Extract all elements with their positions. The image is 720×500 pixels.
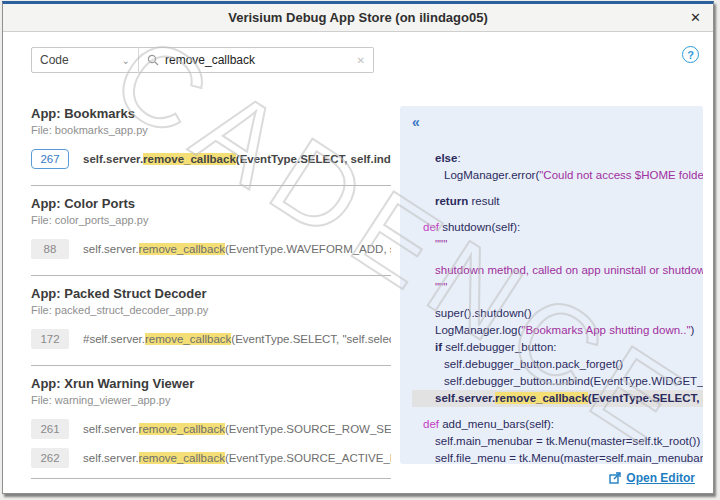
match-row[interactable]: 261self.server.remove_callback(EventType… bbox=[31, 419, 391, 439]
file-label: File: color_ports_app.py bbox=[31, 214, 391, 226]
code-line bbox=[412, 210, 703, 219]
app-title: App: Packed Struct Decoder bbox=[31, 286, 391, 301]
code-token: ) bbox=[691, 324, 695, 336]
close-icon[interactable]: ✕ bbox=[690, 10, 701, 26]
code-line: super().shutdown() bbox=[435, 305, 703, 322]
code-token: LogManager.error( bbox=[444, 169, 539, 181]
search-input[interactable]: remove_callback ✕ bbox=[138, 47, 374, 73]
code-token: shutdown(self): bbox=[439, 221, 520, 233]
code-token: return bbox=[435, 195, 468, 207]
file-label: File: warning_viewer_app.py bbox=[31, 394, 391, 406]
code-token: "Could not access $HOME folder: " bbox=[539, 169, 703, 181]
code-token: self.server. bbox=[435, 392, 495, 404]
code-token: """ bbox=[435, 281, 447, 293]
chevron-down-icon: ⌄ bbox=[122, 55, 130, 66]
code-token: self.debugger_button.pack_forget() bbox=[444, 358, 623, 370]
open-editor-link[interactable]: Open Editor bbox=[609, 471, 695, 485]
code-line: LogManager.error("Could not access $HOME… bbox=[444, 167, 703, 184]
search-toolbar: Code ⌄ remove_callback ✕ ? bbox=[3, 33, 713, 81]
code-token: "Bookmarks App shutting down.." bbox=[521, 324, 690, 336]
result-block: App: Xrun Warning ViewerFile: warning_vi… bbox=[31, 366, 391, 479]
match-code: #self.server.remove_callback(EventType.S… bbox=[83, 333, 391, 345]
code-token: if bbox=[435, 341, 442, 353]
app-title: App: Xrun Warning Viewer bbox=[31, 376, 391, 391]
match-code: self.server.remove_callback(EventType.SE… bbox=[83, 153, 391, 165]
code-line bbox=[412, 253, 703, 262]
help-icon[interactable]: ? bbox=[682, 46, 699, 63]
match-code: self.server.remove_callback(EventType.SO… bbox=[83, 423, 391, 435]
code-line: else: bbox=[435, 150, 703, 167]
match-highlight: remove_callback bbox=[139, 243, 225, 255]
line-number-badge[interactable]: 267 bbox=[31, 149, 69, 169]
collapse-panel-icon[interactable]: « bbox=[412, 114, 426, 130]
line-number-badge[interactable]: 262 bbox=[31, 448, 69, 468]
app-title: App: Bookmarks bbox=[31, 106, 391, 121]
code-token: result bbox=[468, 195, 499, 207]
code-token: (EventType.SELECT, self.in bbox=[588, 392, 703, 404]
code-token: shutdown method, called on app uninstall… bbox=[435, 264, 703, 276]
code-token: self.file_menu = tk.Menu(master=self.mai… bbox=[435, 452, 703, 464]
match-row[interactable]: 267self.server.remove_callback(EventType… bbox=[31, 149, 391, 169]
search-scope-select[interactable]: Code ⌄ bbox=[31, 47, 139, 73]
match-code: self.server.remove_callback(EventType.WA… bbox=[83, 243, 391, 255]
code-token: """ bbox=[435, 238, 447, 250]
code-token: self.main_menubar = tk.Menu(master=self.… bbox=[435, 435, 700, 447]
code-line: """ bbox=[435, 279, 703, 296]
code-token: self.debugger_button: bbox=[442, 341, 556, 353]
code-token: def bbox=[423, 418, 439, 430]
line-number-badge[interactable]: 261 bbox=[31, 419, 69, 439]
match-row[interactable]: 172#self.server.remove_callback(EventTyp… bbox=[31, 329, 391, 349]
search-icon bbox=[147, 54, 159, 66]
app-store-dialog: Verisium Debug App Store (on ilindago05)… bbox=[2, 1, 714, 494]
code-line: """ bbox=[435, 236, 703, 253]
code-token: else bbox=[435, 152, 457, 164]
external-link-icon bbox=[609, 472, 621, 484]
search-results-list: App: BookmarksFile: bookmarks_app.py267s… bbox=[31, 96, 391, 479]
match-highlight: remove_callback bbox=[145, 333, 231, 345]
code-line: self.main_menubar = tk.Menu(master=self.… bbox=[435, 433, 703, 450]
code-line bbox=[412, 184, 703, 193]
code-preview-panel: « else:LogManager.error("Could not acces… bbox=[400, 106, 703, 464]
code-line: self.debugger_button.pack_forget() bbox=[444, 356, 703, 373]
match-row[interactable]: 88self.server.remove_callback(EventType.… bbox=[31, 239, 391, 259]
match-highlight: remove_callback bbox=[143, 153, 236, 165]
open-editor-label: Open Editor bbox=[626, 471, 695, 485]
code-line: shutdown method, called on app uninstall… bbox=[435, 262, 703, 279]
app-title: App: Color Ports bbox=[31, 196, 391, 211]
code-line: self.debugger_button.unbind(EventType.WI… bbox=[444, 373, 703, 390]
code-line: return result bbox=[435, 193, 703, 210]
title-bar: Verisium Debug App Store (on ilindago05)… bbox=[3, 4, 713, 32]
result-block: App: BookmarksFile: bookmarks_app.py267s… bbox=[31, 96, 391, 186]
line-number-badge[interactable]: 88 bbox=[31, 239, 69, 259]
result-block: App: Color PortsFile: color_ports_app.py… bbox=[31, 186, 391, 276]
match-code: self.server.remove_callback(EventType.SO… bbox=[83, 452, 391, 464]
search-query: remove_callback bbox=[165, 53, 357, 67]
code-token: super().shutdown() bbox=[435, 307, 532, 319]
code-line bbox=[412, 407, 703, 416]
file-label: File: bookmarks_app.py bbox=[31, 124, 391, 136]
result-block: App: Packed Struct DecoderFile: packed_s… bbox=[31, 276, 391, 366]
code-token: : bbox=[457, 152, 460, 164]
code-line: if self.debugger_button: bbox=[435, 339, 703, 356]
code-line: self.file_menu = tk.Menu(master=self.mai… bbox=[435, 450, 703, 464]
clear-search-icon[interactable]: ✕ bbox=[357, 55, 365, 66]
code-line: def add_menu_bars(self): bbox=[423, 416, 703, 433]
code-line bbox=[412, 296, 703, 305]
code-line[interactable]: self.server.remove_callback(EventType.SE… bbox=[412, 390, 703, 407]
code-token: add_menu_bars(self): bbox=[439, 418, 554, 430]
file-label: File: packed_struct_decoder_app.py bbox=[31, 304, 391, 316]
code-token: self.debugger_button.unbind(EventType.WI… bbox=[444, 375, 703, 387]
code-token: LogManager.log( bbox=[435, 324, 521, 336]
match-row[interactable]: 262self.server.remove_callback(EventType… bbox=[31, 448, 391, 468]
line-number-badge[interactable]: 172 bbox=[31, 329, 69, 349]
code-line: LogManager.log("Bookmarks App shutting d… bbox=[435, 322, 703, 339]
code-viewer: else:LogManager.error("Could not access … bbox=[412, 150, 703, 464]
match-highlight: remove_callback bbox=[139, 452, 225, 464]
match-highlight: remove_callback bbox=[495, 392, 588, 404]
window-title: Verisium Debug App Store (on ilindago05) bbox=[228, 10, 488, 25]
search-scope-value: Code bbox=[40, 53, 69, 67]
code-line: def shutdown(self): bbox=[423, 219, 703, 236]
code-token: def bbox=[423, 221, 439, 233]
match-highlight: remove_callback bbox=[139, 423, 225, 435]
